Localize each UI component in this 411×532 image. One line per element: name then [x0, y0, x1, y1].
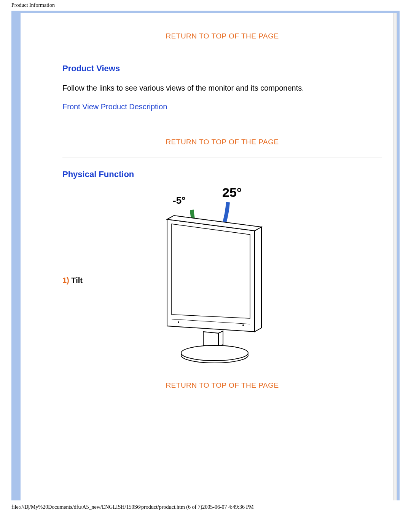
return-to-top-link-3[interactable]: RETURN TO TOP OF THE PAGE [62, 381, 382, 390]
footer-path: file:///D|/My%20Documents/dfu/A5_new/ENG… [0, 500, 411, 514]
content-frame: RETURN TO TOP OF THE PAGE Product Views … [11, 11, 400, 500]
product-views-heading: Product Views [62, 64, 382, 73]
monitor-tilt-icon [150, 191, 272, 370]
tilt-row: 1) Tilt -5° 25° [62, 191, 382, 370]
tilt-angle-positive: 25° [222, 185, 242, 200]
front-view-link[interactable]: Front View Product Description [62, 102, 167, 111]
product-views-body: Follow the links to see various views of… [62, 83, 382, 93]
tilt-number: 1) [62, 276, 69, 284]
svg-point-12 [181, 345, 248, 361]
tilt-word: Tilt [69, 276, 83, 284]
svg-point-7 [178, 321, 179, 323]
return-to-top-link-1[interactable]: RETURN TO TOP OF THE PAGE [62, 32, 382, 40]
svg-marker-10 [218, 331, 223, 347]
content-area: RETURN TO TOP OF THE PAGE Product Views … [21, 13, 397, 416]
svg-marker-4 [255, 227, 261, 332]
tilt-angle-negative: -5° [173, 195, 186, 206]
page-header-title: Product Information [0, 0, 411, 11]
scrollbar[interactable] [393, 13, 397, 500]
svg-marker-3 [172, 224, 250, 318]
svg-marker-9 [203, 332, 218, 347]
physical-function-heading: Physical Function [62, 169, 382, 179]
svg-point-8 [242, 324, 244, 326]
tilt-figure: -5° 25° [150, 191, 272, 370]
tilt-label: 1) Tilt [62, 276, 150, 285]
divider-1 [62, 52, 382, 52]
divider-2 [62, 158, 382, 158]
return-to-top-link-2[interactable]: RETURN TO TOP OF THE PAGE [62, 138, 382, 146]
